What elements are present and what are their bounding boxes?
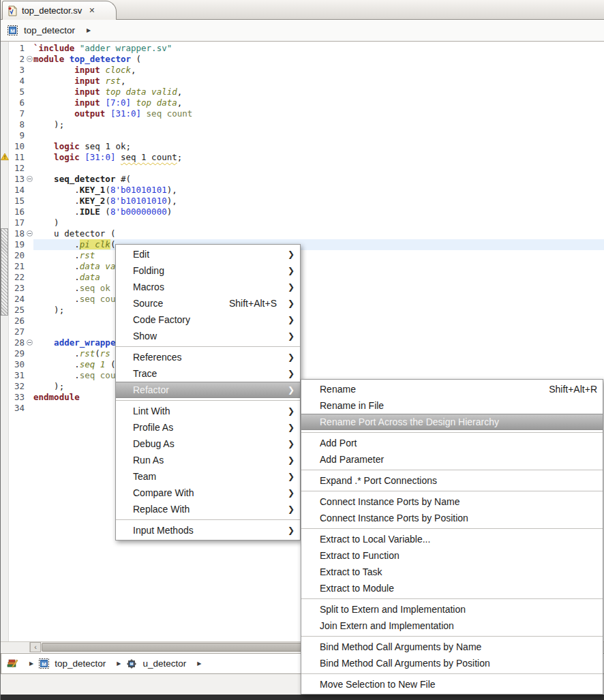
menu-item-add-parameter[interactable]: Add Parameter <box>301 451 603 468</box>
code-line[interactable]: seq_detector #( <box>33 174 604 185</box>
line-number[interactable]: 20 <box>9 250 27 261</box>
breadcrumb-module[interactable]: top_detector <box>55 658 106 669</box>
chevron-right-icon[interactable]: ▶ <box>29 660 33 667</box>
menu-item-bind-method-call-arguments-by-position[interactable]: Bind Method Call Arguments by Position <box>301 655 603 671</box>
scroll-left-button[interactable]: ‹ <box>30 642 41 652</box>
line-number[interactable]: 1 <box>9 43 27 54</box>
line-number[interactable]: 25 <box>9 305 27 316</box>
menu-item-connect-instance-ports-by-position[interactable]: Connect Instance Ports by Position <box>301 510 603 526</box>
menu-item-show[interactable]: Show❯ <box>116 328 300 344</box>
menu-item-rename-in-file[interactable]: Rename in File <box>301 397 603 414</box>
menu-item-extract-to-local-variable[interactable]: Extract to Local Variable... <box>301 531 603 547</box>
line-number[interactable]: 16 <box>9 207 27 217</box>
line-number[interactable]: 27 <box>9 326 27 337</box>
line-number[interactable]: 12 <box>9 163 27 174</box>
line-number[interactable]: 3 <box>9 65 27 76</box>
breadcrumb-instance[interactable]: u_detector <box>142 658 186 669</box>
code-line[interactable]: logic seq 1 ok; <box>33 141 604 152</box>
tab-top-detector-sv[interactable]: top_detector.sv ✕ <box>2 1 117 20</box>
line-number[interactable]: 14 <box>9 185 27 196</box>
menu-item-split-to-extern-and-implementation[interactable]: Split to Extern and Implementation <box>301 601 603 618</box>
menu-item-extract-to-task[interactable]: Extract to Task <box>301 564 603 580</box>
menu-item-edit[interactable]: Edit❯ <box>116 246 300 262</box>
line-number[interactable]: 29 <box>9 348 27 359</box>
menu-item-profile-as[interactable]: Profile As❯ <box>116 419 300 436</box>
code-line[interactable]: input [7:0] top data, <box>33 97 604 108</box>
menu-item-add-port[interactable]: Add Port <box>301 435 603 451</box>
menu-item-code-factory[interactable]: Code Factory❯ <box>116 311 300 328</box>
line-number[interactable]: 13 <box>9 174 27 185</box>
line-number[interactable]: 30 <box>9 359 27 370</box>
menu-item-debug-as[interactable]: Debug As❯ <box>116 436 300 452</box>
breadcrumb-module[interactable]: top_detector <box>24 25 75 35</box>
menu-item-trace[interactable]: Trace❯ <box>116 365 300 382</box>
line-number[interactable]: 6 <box>9 97 27 108</box>
line-number[interactable]: 9 <box>9 130 27 141</box>
line-number[interactable]: 7 <box>9 108 27 119</box>
menu-item-compare-with[interactable]: Compare With❯ <box>116 485 300 501</box>
fold-collapse-icon[interactable] <box>27 230 33 237</box>
line-number[interactable]: 17 <box>9 217 27 228</box>
menu-item-move-selection-to-new-file[interactable]: Move Selection to New File <box>301 676 603 693</box>
menu-item-join-extern-and-implementation[interactable]: Join Extern and Implementation <box>301 618 603 634</box>
line-number[interactable]: 26 <box>9 316 27 326</box>
line-number[interactable]: 4 <box>9 76 27 87</box>
menu-item-input-methods[interactable]: Input Methods❯ <box>116 522 300 538</box>
code-line[interactable]: module top_detector ( <box>33 54 604 65</box>
line-number[interactable]: 18 <box>9 228 27 239</box>
menu-item-replace-with[interactable]: Replace With❯ <box>116 501 300 517</box>
menu-item-run-as[interactable]: Run As❯ <box>116 452 300 468</box>
menu-item-connect-instance-ports-by-name[interactable]: Connect Instance Ports by Name <box>301 493 603 510</box>
line-number[interactable]: 24 <box>9 294 27 305</box>
fold-collapse-icon[interactable] <box>27 56 33 62</box>
code-line[interactable]: ) <box>33 217 604 228</box>
code-line[interactable]: .KEY_1(8'b01010101), <box>33 185 604 196</box>
code-line[interactable] <box>33 163 604 174</box>
line-number[interactable]: 21 <box>9 261 27 272</box>
code-line[interactable]: u detector ( <box>33 228 604 239</box>
menu-item-source[interactable]: SourceShift+Alt+S❯ <box>116 295 300 311</box>
code-line[interactable]: input rst, <box>33 76 604 87</box>
line-number[interactable]: 28 <box>9 337 27 348</box>
chevron-right-icon[interactable]: ▶ <box>87 27 91 33</box>
code-line[interactable]: output [31:0] seq count <box>33 108 604 119</box>
menu-item-lint-with[interactable]: Lint With❯ <box>116 403 300 419</box>
code-line[interactable]: .KEY_2(8'b10101010), <box>33 196 604 207</box>
menu-item-extract-to-module[interactable]: Extract to Module <box>301 580 603 596</box>
line-number[interactable]: 8 <box>9 119 27 130</box>
line-number[interactable]: 32 <box>9 381 27 392</box>
line-number[interactable]: 31 <box>9 370 27 381</box>
menu-item-refactor[interactable]: Refactor❯ <box>116 382 300 398</box>
line-number[interactable]: 19 <box>9 239 27 250</box>
tab-close-icon[interactable]: ✕ <box>89 6 95 15</box>
line-number[interactable]: 5 <box>9 87 27 97</box>
code-line[interactable]: input clock, <box>33 65 604 76</box>
code-line[interactable]: ); <box>33 119 604 130</box>
code-line[interactable]: `include "adder wrapper.sv" <box>33 43 604 54</box>
line-number-ruler[interactable]: 1234567891011121314151617181920212223242… <box>9 43 27 414</box>
line-number[interactable]: 33 <box>9 392 27 403</box>
chevron-right-icon[interactable]: ▶ <box>197 660 201 667</box>
line-number[interactable]: 23 <box>9 283 27 294</box>
menu-item-extract-to-function[interactable]: Extract to Function <box>301 547 603 564</box>
fold-collapse-icon[interactable] <box>27 339 33 346</box>
code-line[interactable]: .IDLE (8'b00000000) <box>33 207 604 217</box>
menu-item-macros[interactable]: Macros❯ <box>116 279 300 295</box>
menu-item-bind-method-call-arguments-by-name[interactable]: Bind Method Call Arguments by Name <box>301 639 603 655</box>
line-number[interactable]: 34 <box>9 403 27 414</box>
line-number[interactable]: 15 <box>9 196 27 207</box>
code-line[interactable] <box>33 130 604 141</box>
code-line[interactable]: input top data valid, <box>33 87 604 97</box>
chevron-right-icon[interactable]: ▶ <box>117 660 121 667</box>
menu-item-expand-port-connections[interactable]: Expand .* Port Connections <box>301 472 603 489</box>
menu-item-rename-port-across-the-design-hierarchy[interactable]: Rename Port Across the Design Hierarchy <box>301 414 603 430</box>
menu-item-rename[interactable]: RenameShift+Alt+R <box>301 381 603 397</box>
menu-item-team[interactable]: Team❯ <box>116 468 300 485</box>
line-number[interactable]: 11 <box>9 152 27 163</box>
fold-collapse-icon[interactable] <box>27 176 33 182</box>
line-number[interactable]: 22 <box>9 272 27 283</box>
line-number[interactable]: 2 <box>9 54 27 65</box>
menu-item-references[interactable]: References❯ <box>116 349 300 365</box>
code-line[interactable]: logic [31:0] seq 1 count; <box>33 152 604 163</box>
line-number[interactable]: 10 <box>9 141 27 152</box>
